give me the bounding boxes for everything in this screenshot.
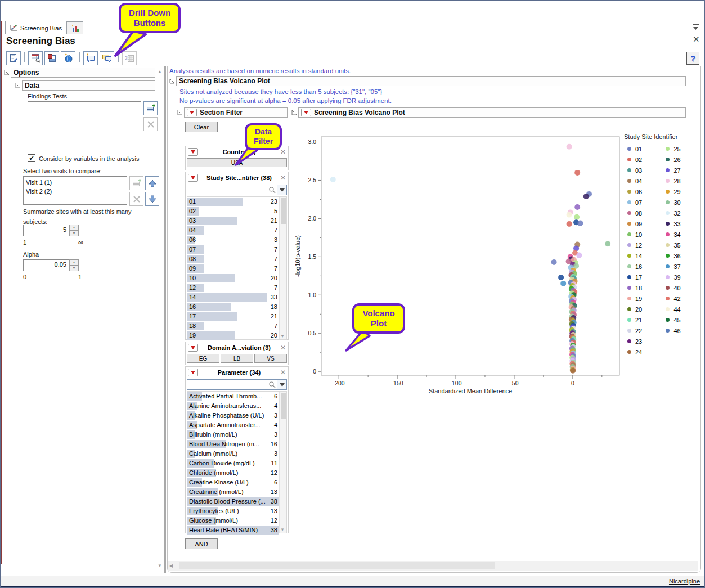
data-point-site-37[interactable] xyxy=(560,281,566,286)
legend-item[interactable]: 37 xyxy=(662,261,680,272)
legend-item[interactable]: 03 xyxy=(624,165,660,176)
and-filter-button[interactable]: AND xyxy=(185,538,218,549)
data-point-site-02[interactable] xyxy=(567,221,572,227)
data-point-site-33[interactable] xyxy=(583,194,589,199)
help-button[interactable]: ? xyxy=(686,52,699,65)
publish-globe-button[interactable] xyxy=(61,51,75,65)
legend-item[interactable]: 07 xyxy=(624,197,660,208)
site-filter-row[interactable]: 127 xyxy=(187,283,286,293)
options-header[interactable]: Options xyxy=(11,68,155,78)
domain-value-vs[interactable]: VS xyxy=(254,354,287,363)
collapse-triangle-icon[interactable] xyxy=(169,78,175,84)
legend-item[interactable]: 12 xyxy=(624,240,660,250)
red-menu-icon[interactable] xyxy=(301,109,311,116)
site-filter-row[interactable]: 1020 xyxy=(187,273,286,283)
site-filter-row[interactable]: 063 xyxy=(187,235,286,245)
spin-down-icon[interactable]: ▼ xyxy=(69,266,79,272)
legend-item[interactable]: 34 xyxy=(662,229,680,240)
panel-splitter[interactable] xyxy=(164,66,166,573)
red-menu-icon[interactable] xyxy=(188,344,198,352)
site-filter-row[interactable]: 1433 xyxy=(187,293,286,302)
scrollbar-thumb[interactable] xyxy=(281,393,286,419)
legend-item[interactable]: 21 xyxy=(624,315,660,325)
parameter-filter-row[interactable]: Creatine Kinase (U/L)6 xyxy=(187,478,286,487)
subjects-spinner[interactable]: ▲▼ xyxy=(69,225,79,236)
site-filter-row[interactable]: 047 xyxy=(187,226,286,235)
site-filter-row[interactable]: 0123 xyxy=(187,197,286,207)
parameter-filter-row[interactable]: Alkaline Phosphatase (U/L)3 xyxy=(187,411,286,420)
data-point-site-18[interactable] xyxy=(574,204,580,210)
scrollbar-thumb[interactable] xyxy=(281,198,286,224)
visit-item[interactable]: Visit 1 (1) xyxy=(26,178,124,187)
legend-item[interactable]: 42 xyxy=(662,293,680,304)
site-filter-row[interactable]: 077 xyxy=(187,245,286,254)
horizontal-scrollbar[interactable]: ◀ xyxy=(168,561,698,571)
data-point-site-01[interactable] xyxy=(577,221,583,226)
legend-item[interactable]: 24 xyxy=(624,347,660,357)
parameter-filter-row[interactable]: Activated Partial Thromb...6 xyxy=(187,392,286,401)
legend-item[interactable]: 36 xyxy=(662,250,680,261)
parameter-filter-row[interactable]: Heart Rate (BEATS/MIN)38 xyxy=(187,526,286,535)
new-note-button[interactable] xyxy=(83,51,98,65)
legend-item[interactable]: 44 xyxy=(662,304,680,315)
close-icon[interactable]: ✕ xyxy=(280,149,286,155)
parameter-filter-row[interactable]: Blood Urea Nitrogen (m...16 xyxy=(187,439,286,449)
consider-checkbox[interactable]: ✔ xyxy=(28,154,35,162)
remove-visit-button[interactable] xyxy=(129,192,143,206)
red-menu-icon[interactable] xyxy=(188,369,198,376)
parameter-filter-row[interactable]: Diastolic Blood Pressure (...38 xyxy=(187,497,286,506)
legend-item[interactable]: 35 xyxy=(662,240,680,250)
collapse-triangle-icon[interactable] xyxy=(15,83,21,88)
legend-item[interactable]: 17 xyxy=(624,272,660,282)
legend-item[interactable]: 22 xyxy=(624,325,660,336)
site-list-scrollbar[interactable]: ▼ xyxy=(279,197,286,339)
data-point-site-30[interactable] xyxy=(605,241,610,246)
parameter-filter-row[interactable]: Creatinine (mmol/L)13 xyxy=(187,487,286,497)
tab-report-2[interactable] xyxy=(66,21,83,34)
legend-item[interactable]: 27 xyxy=(662,165,680,176)
collapse-triangle-icon[interactable] xyxy=(4,70,10,75)
data-point-site-02[interactable] xyxy=(574,170,580,176)
data-point-site-01[interactable] xyxy=(551,259,557,265)
move-down-button[interactable] xyxy=(145,192,159,206)
spin-up-icon[interactable]: ▲ xyxy=(69,259,79,266)
tab-list-icon[interactable] xyxy=(691,23,700,31)
alpha-input[interactable]: 0.05 xyxy=(23,259,69,271)
parameter-filter-list[interactable]: Activated Partial Thromb...6Alanine Amin… xyxy=(187,391,287,533)
legend-item[interactable]: 29 xyxy=(662,186,680,197)
site-filter-row[interactable]: 1920 xyxy=(187,331,286,340)
parameter-filter-row[interactable]: Calcium (mmol/L)3 xyxy=(187,449,286,459)
site-filter-row[interactable]: 1721 xyxy=(187,312,286,321)
site-filter-row[interactable]: 097 xyxy=(187,264,286,273)
parameter-list-scrollbar[interactable]: ▼ xyxy=(279,392,286,533)
section-filter-header[interactable]: Section Filter xyxy=(184,107,288,118)
domain-value-lb[interactable]: LB xyxy=(221,354,253,363)
parameter-filter-row[interactable]: Alanine Aminotransferas...4 xyxy=(187,401,286,411)
legend-item[interactable]: 33 xyxy=(662,218,680,229)
site-filter-row[interactable]: 025 xyxy=(187,207,286,216)
legend-item[interactable]: 30 xyxy=(662,197,680,208)
scroll-up-arrow[interactable]: ▲ xyxy=(158,69,162,74)
data-point-site-32[interactable] xyxy=(330,177,336,182)
legend-item[interactable]: 16 xyxy=(624,261,660,272)
legend-item[interactable]: 23 xyxy=(624,336,660,347)
volcano-plot[interactable]: -200-150-100-5003.02.52.01.51.00.50 Stan… xyxy=(293,128,633,401)
parameter-filter-row[interactable]: Aspartate Aminotransfer...4 xyxy=(187,420,286,430)
volcano-section-header[interactable]: Screening Bias Volcano Plot xyxy=(176,76,686,86)
scroll-left-arrow[interactable]: ◀ xyxy=(169,563,173,568)
parameter-filter-row[interactable]: Erythrocytes (U/L)13 xyxy=(187,506,286,516)
legend-item[interactable]: 09 xyxy=(624,218,660,229)
move-up-button[interactable] xyxy=(145,176,159,190)
scrollbar-thumb[interactable] xyxy=(179,562,495,569)
add-tests-button[interactable] xyxy=(143,101,158,115)
add-visit-button[interactable] xyxy=(129,176,143,190)
legend-item[interactable]: 46 xyxy=(662,325,680,336)
legend-item[interactable]: 32 xyxy=(662,208,680,218)
save-image-button[interactable] xyxy=(44,51,59,65)
visits-listbox[interactable]: Visit 1 (1) Visit 2 (2) xyxy=(23,176,127,205)
parameter-filter-row[interactable]: Bilirubin (mmol/L)3 xyxy=(187,430,286,439)
site-filter-row[interactable]: 187 xyxy=(187,321,286,331)
parameter-search-input[interactable] xyxy=(187,379,277,390)
data-point-site-39[interactable] xyxy=(576,253,582,258)
site-filter-row[interactable]: 1618 xyxy=(187,302,286,312)
